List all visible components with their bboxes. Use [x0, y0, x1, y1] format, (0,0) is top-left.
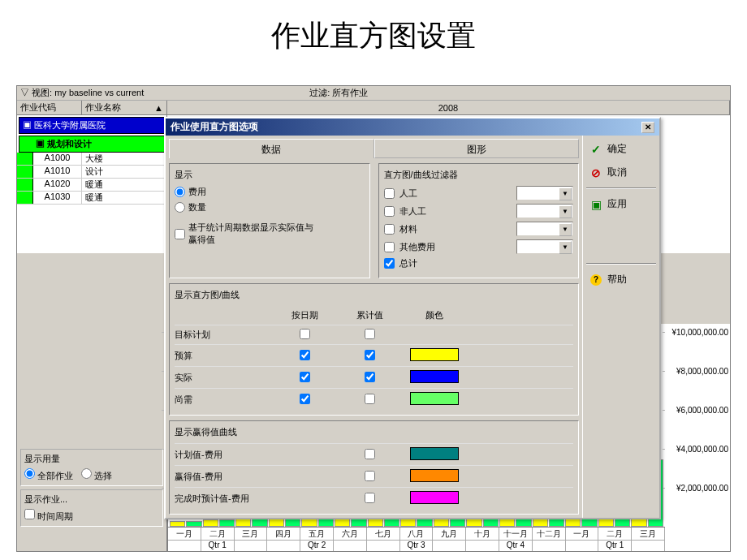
- y-tick: ¥2,000,000.00: [676, 484, 728, 493]
- display-usage-title: 显示用量: [24, 453, 159, 465]
- tree-root[interactable]: ▣ 医科大学附属医院: [19, 117, 165, 134]
- tab-graph[interactable]: 图形: [374, 139, 580, 158]
- remaining-color-swatch[interactable]: [410, 392, 459, 405]
- ok-label: 确定: [607, 142, 627, 156]
- total-label: 总计: [399, 257, 574, 269]
- tree-group[interactable]: ▣ 规划和设计: [19, 136, 165, 153]
- col-year: 2008: [167, 101, 730, 114]
- task-name: 暖通: [82, 192, 166, 204]
- cancel-icon: ⊘: [589, 166, 602, 179]
- all-jobs-radio[interactable]: 全部作业: [24, 468, 73, 482]
- task-name: 设计: [82, 166, 166, 178]
- other-dropdown[interactable]: [516, 239, 573, 254]
- dialog-titlebar[interactable]: 作业使用直方图选项 ✕: [166, 118, 659, 136]
- actual-cum-check[interactable]: [365, 372, 375, 382]
- table-row[interactable]: A1030暖通: [17, 192, 166, 205]
- row-planned-label: 计划值-费用: [175, 449, 272, 461]
- material-check[interactable]: [384, 224, 395, 235]
- table-row[interactable]: A1010设计: [17, 166, 166, 179]
- view-label[interactable]: ▽ 视图: my baseline vs current: [17, 87, 147, 99]
- y-tick: ¥10,000,000.00: [671, 328, 728, 337]
- earned-cum-check[interactable]: [365, 471, 375, 481]
- task-name: 暖通: [82, 179, 166, 191]
- y-tick: ¥8,000,000.00: [676, 367, 728, 376]
- tree-root-label: 医科大学附属医院: [34, 120, 106, 130]
- other-check[interactable]: [384, 242, 395, 252]
- filter-label[interactable]: 过滤: 所有作业: [309, 87, 368, 99]
- cost-label: 费用: [188, 186, 206, 198]
- histogram-options-dialog: 作业使用直方图选项 ✕ 数据 图形 显示 费用 数量 基于统计周期数据显示实际值…: [164, 117, 661, 519]
- bottom-controls: 显示用量 全部作业 选择 显示作业... 时间周期: [17, 324, 167, 551]
- col-bydate: 按日期: [272, 309, 337, 321]
- time-period-check[interactable]: 时间周期: [24, 509, 73, 523]
- quantity-radio[interactable]: [175, 202, 185, 213]
- page-title: 作业直方图设置: [0, 0, 747, 64]
- row-target-label: 目标计划: [175, 329, 272, 341]
- stat-period-label: 基于统计周期数据显示实际值与赢得值: [188, 222, 318, 246]
- time-period-label: 时间周期: [37, 511, 73, 521]
- dialog-title-text: 作业使用直方图选项: [171, 120, 258, 134]
- table-row[interactable]: A1000大楼: [17, 153, 166, 166]
- cancel-label: 取消: [607, 166, 627, 179]
- help-button[interactable]: ?帮助: [586, 269, 656, 290]
- ok-button[interactable]: ✓确定: [586, 139, 656, 159]
- close-button[interactable]: ✕: [641, 122, 654, 133]
- sort-arrow-icon[interactable]: ▲: [154, 103, 163, 113]
- stat-period-check[interactable]: [175, 229, 185, 239]
- nonlabor-check[interactable]: [384, 206, 395, 217]
- target-cum-check[interactable]: [365, 329, 375, 339]
- material-dropdown[interactable]: [516, 222, 573, 236]
- col-name-text: 作业名称: [85, 101, 121, 114]
- remaining-cum-check[interactable]: [365, 394, 375, 404]
- display-usage-section: 显示用量 全部作业 选择: [20, 449, 163, 486]
- nonlabor-dropdown[interactable]: [516, 204, 573, 218]
- col-code[interactable]: 作业代码: [17, 101, 82, 114]
- earned-color-swatch[interactable]: [410, 469, 459, 482]
- curve-fieldset: 显示直方图/曲线 按日期 累计值 颜色 目标计划 预算: [169, 283, 579, 416]
- col-name[interactable]: 作业名称▲: [82, 101, 167, 114]
- actual-bydate-check[interactable]: [300, 372, 310, 382]
- row-budget-label: 预算: [175, 350, 272, 362]
- tab-data[interactable]: 数据: [169, 139, 374, 158]
- budget-bydate-check[interactable]: [300, 350, 310, 360]
- task-id: A1020: [33, 179, 82, 191]
- y-tick: ¥4,000,000.00: [676, 445, 728, 454]
- planned-color-swatch[interactable]: [410, 447, 459, 460]
- row-complete-label: 完成时预计值-费用: [175, 493, 272, 505]
- apply-button[interactable]: ▣应用: [586, 194, 656, 214]
- complete-cum-check[interactable]: [365, 493, 375, 503]
- cost-radio[interactable]: [175, 187, 185, 197]
- col-cumulative: 累计值: [337, 309, 402, 321]
- labor-label: 人工: [399, 187, 512, 200]
- help-label: 帮助: [607, 273, 627, 286]
- actual-color-swatch[interactable]: [410, 370, 459, 383]
- table-row[interactable]: A1020暖通: [17, 179, 166, 192]
- y-axis: ¥10,000,000.00 ¥8,000,000.00 ¥6,000,000.…: [665, 324, 730, 527]
- filter-fieldset: 直方图/曲线过滤器 人工 非人工 材料 其他费用 总计: [378, 163, 580, 278]
- task-id: A1000: [33, 153, 82, 165]
- row-earned-label: 赢得值-费用: [175, 471, 272, 483]
- budget-cum-check[interactable]: [365, 350, 375, 360]
- budget-color-swatch[interactable]: [410, 348, 459, 361]
- other-label: 其他费用: [399, 241, 512, 253]
- nonlabor-label: 非人工: [399, 205, 512, 218]
- material-label: 材料: [399, 223, 512, 235]
- task-id: A1030: [33, 192, 82, 204]
- cancel-button[interactable]: ⊘取消: [586, 162, 656, 183]
- select-jobs-label: 选择: [94, 471, 112, 480]
- column-headers: 作业代码 作业名称▲ 2008: [17, 101, 730, 115]
- complete-color-swatch[interactable]: [410, 491, 459, 504]
- help-icon: ?: [589, 274, 602, 286]
- task-name: 大楼: [82, 153, 166, 165]
- task-tree: ▣ 医科大学附属医院 ▣ 规划和设计 A1000大楼 A1010设计 A1020…: [17, 115, 167, 253]
- labor-dropdown[interactable]: [516, 186, 573, 200]
- target-bydate-check[interactable]: [300, 329, 310, 339]
- total-check[interactable]: [384, 258, 395, 269]
- remaining-bydate-check[interactable]: [300, 394, 310, 404]
- planned-cum-check[interactable]: [365, 449, 375, 459]
- filter-title: 直方图/曲线过滤器: [384, 169, 574, 181]
- labor-check[interactable]: [384, 188, 395, 199]
- tab-row: 数据 图形: [169, 139, 579, 158]
- select-jobs-radio[interactable]: 选择: [81, 468, 112, 482]
- earned-fieldset: 显示赢得值曲线 计划值-费用 赢得值-费用 完成时预计值-费用: [169, 420, 579, 515]
